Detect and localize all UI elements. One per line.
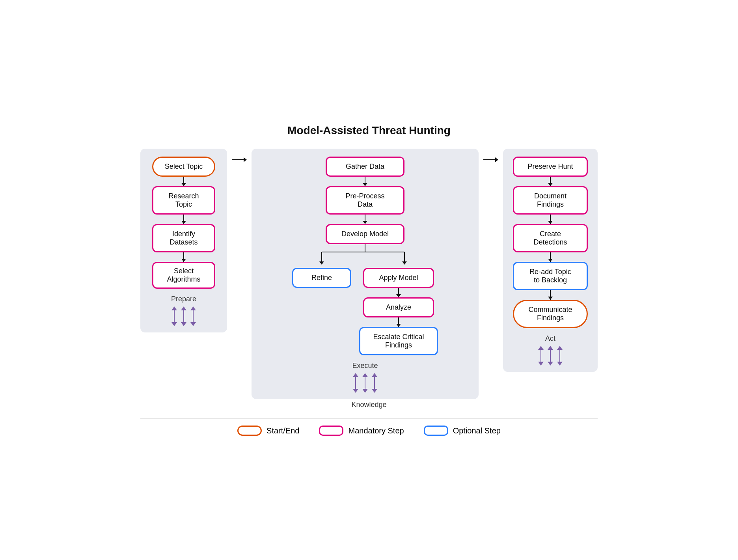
purple-arrow-down-7: [538, 362, 544, 366]
arrow-gather-to-preprocess: [365, 177, 365, 186]
purple-arrow-line-5: [365, 377, 365, 389]
legend-mandatory-node: [319, 426, 343, 436]
purple-arrow-down-8: [548, 362, 553, 366]
apply-model-col: Apply Model Analyze Escalate CriticalFin…: [359, 268, 438, 355]
split-nodes: Refine Apply Model Analyze Escalate Crit…: [258, 268, 472, 355]
diagram-container: Model-Assisted Threat Hunting Select Top…: [132, 116, 606, 444]
purple-arrow-up-8: [548, 346, 553, 350]
arrow-preprocess-to-develop: [365, 215, 365, 224]
arrow-readd-to-communicate: [550, 290, 551, 300]
purple-arrow-down-3: [190, 322, 196, 326]
purple-arrow-down-1: [171, 322, 177, 326]
knowledge-label: Knowledge: [140, 401, 598, 409]
phase-execute: Gather Data Pre-ProcessData Develop Mode…: [252, 149, 479, 399]
arrow-identify-to-algorithms: [183, 252, 184, 262]
purple-arrow-line-7: [540, 350, 541, 362]
node-analyze: Analyze: [363, 297, 434, 317]
act-col: Preserve Hunt DocumentFindings CreateDet…: [509, 157, 591, 328]
arrow-research-to-identify: [183, 215, 184, 224]
phase-prepare-label: Prepare: [171, 295, 196, 303]
phase-act-label: Act: [545, 334, 555, 343]
purple-double-2: [181, 306, 186, 326]
arrow-apply-to-analyze: [398, 288, 399, 297]
arrow-create-to-readd: [550, 252, 551, 262]
purple-arrow-down-5: [362, 389, 368, 393]
purple-arrow-up-7: [538, 346, 544, 350]
phase-prepare: Select Topic Research Topic Identify Dat…: [140, 149, 227, 332]
purple-arrow-line-8: [550, 350, 551, 362]
node-gather-data: Gather Data: [326, 157, 404, 177]
purple-double-3: [190, 306, 196, 326]
execute-knowledge-arrows: [353, 373, 377, 393]
legend-startend-node: [237, 426, 262, 436]
legend-mandatory: Mandatory Step: [319, 426, 404, 436]
svg-marker-6: [402, 261, 407, 265]
arrow-select-to-research: [183, 177, 184, 186]
purple-arrow-down-4: [353, 389, 358, 393]
purple-arrow-down-6: [372, 389, 377, 393]
execute-inner: Gather Data Pre-ProcessData Develop Mode…: [258, 157, 472, 355]
node-escalate: Escalate CriticalFindings: [359, 327, 438, 355]
prepare-knowledge-arrows: [171, 306, 196, 326]
refine-col: Refine: [292, 268, 351, 288]
purple-arrow-up-6: [372, 373, 377, 377]
legend-startend: Start/End: [237, 426, 299, 436]
diagram-title: Model-Assisted Threat Hunting: [140, 124, 598, 137]
node-document-findings: DocumentFindings: [513, 186, 588, 215]
purple-arrow-line-9: [559, 350, 560, 362]
legend-optional-label: Optional Step: [453, 426, 501, 435]
act-knowledge-arrows: [538, 346, 563, 366]
arrow-execute-to-act: [483, 149, 498, 162]
purple-arrow-up-3: [190, 306, 196, 310]
phase-execute-label: Execute: [352, 362, 378, 370]
purple-arrow-up-4: [353, 373, 358, 377]
node-preserve-hunt: Preserve Hunt: [513, 157, 588, 177]
legend-mandatory-label: Mandatory Step: [348, 426, 404, 435]
node-readd-topic: Re-add Topicto Backlog: [513, 262, 588, 290]
purple-arrow-up-1: [171, 306, 177, 310]
node-research-topic: Research Topic: [152, 186, 215, 215]
arrow-document-to-create: [550, 215, 551, 224]
arrow-preserve-to-document: [550, 177, 551, 186]
purple-arrow-up-9: [557, 346, 563, 350]
purple-arrow-down-2: [181, 322, 186, 326]
purple-double-1: [171, 306, 177, 326]
arrow-prepare-to-execute: [232, 149, 247, 162]
phase-act: Preserve Hunt DocumentFindings CreateDet…: [503, 149, 598, 372]
node-refine: Refine: [292, 268, 351, 288]
purple-double-6: [372, 373, 377, 393]
purple-arrow-line-1: [174, 310, 175, 322]
legend: Start/End Mandatory Step Optional Step: [140, 418, 598, 436]
purple-arrow-line-6: [374, 377, 375, 389]
node-preprocess: Pre-ProcessData: [326, 186, 404, 215]
svg-marker-3: [319, 261, 324, 265]
node-develop-model: Develop Model: [326, 224, 404, 244]
arrow-analyze-to-escalate: [398, 317, 399, 327]
purple-arrow-up-5: [362, 373, 368, 377]
purple-arrow-line-4: [355, 377, 356, 389]
purple-double-7: [538, 346, 544, 366]
purple-double-8: [548, 346, 553, 366]
purple-arrow-line-3: [193, 310, 194, 322]
node-identify-datasets: Identify Datasets: [152, 224, 215, 252]
purple-double-4: [353, 373, 358, 393]
node-select-topic: Select Topic: [152, 157, 215, 177]
legend-optional: Optional Step: [424, 426, 501, 436]
node-create-detections: CreateDetections: [513, 224, 588, 252]
legend-optional-node: [424, 426, 448, 436]
purple-arrow-down-9: [557, 362, 563, 366]
purple-double-5: [362, 373, 368, 393]
legend-startend-label: Start/End: [266, 426, 299, 435]
branch-svg: [290, 244, 440, 268]
node-select-algorithms: SelectAlgorithms: [152, 262, 215, 289]
node-communicate-findings: CommunicateFindings: [513, 300, 588, 328]
split-row: [258, 244, 472, 268]
purple-arrow-line-2: [183, 310, 184, 322]
node-apply-model: Apply Model: [363, 268, 434, 288]
purple-arrow-up-2: [181, 306, 186, 310]
purple-double-9: [557, 346, 563, 366]
